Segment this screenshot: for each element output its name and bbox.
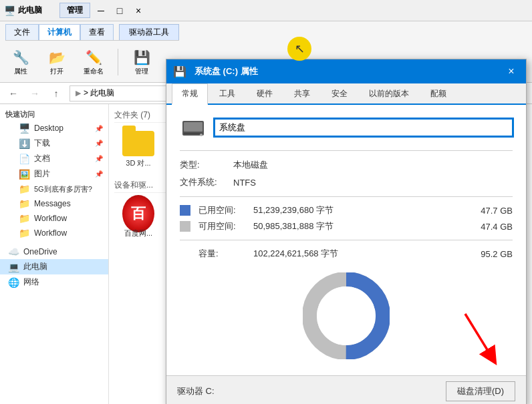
folder-workflow2-icon: 📁 (19, 228, 30, 238)
ribbon-btn-properties[interactable]: 🔧 属性 (5, 45, 36, 79)
svg-point-6 (317, 286, 376, 345)
dialog-drive-icon: 💾 (173, 65, 186, 78)
fs-label: 文件系统: (180, 176, 233, 188)
drive-name-input[interactable] (215, 119, 513, 136)
tab-computer[interactable]: 计算机 (39, 24, 80, 40)
sidebar-label-network: 网络 (23, 276, 39, 288)
dialog-title: 系统盘 (C:) 属性 (194, 65, 258, 77)
forward-btn[interactable]: → (27, 85, 43, 102)
dialog-tabs: 常规 工具 硬件 共享 安全 以前的版本 配额 (166, 83, 526, 105)
window-title: 此电脑 (18, 5, 42, 16)
type-row: 类型: 本地磁盘 (180, 156, 513, 174)
title-bar-tabs: 🖥️ 此电脑 管理 ─ □ × (4, 3, 148, 19)
maximize-btn[interactable]: □ (110, 3, 129, 19)
sidebar-item-workflow2[interactable]: 📁 Workflow (0, 226, 108, 240)
fs-row: 文件系统: NTFS (180, 174, 513, 191)
desktop-icon: 🖥️ (19, 123, 30, 134)
open-icon: 📂 (47, 48, 66, 67)
capacity-bytes: 102,224,621,568 字节 (253, 248, 473, 260)
properties-icon: 🔧 (11, 48, 30, 67)
disk-clean-btn[interactable]: 磁盘清理(D) (446, 381, 515, 401)
drive-label-footer: 驱动器 C: (177, 385, 215, 397)
dialog-body: 类型: 本地磁盘 文件系统: NTFS 已用空间: 51,239,239,680… (166, 105, 526, 375)
sidebar-label-desktop: Desktop (34, 124, 63, 133)
dialog-tab-sharing[interactable]: 共享 (284, 83, 320, 104)
dialog-tab-general[interactable]: 常规 (172, 83, 208, 105)
folder-item-3d[interactable]: 3D 对... (114, 127, 162, 172)
path-text: > 此电脑 (84, 87, 114, 99)
dialog-tab-tools[interactable]: 工具 (209, 83, 245, 104)
free-space-bytes: 50,985,381,888 字节 (253, 220, 473, 232)
baidu-item[interactable]: 百 百度网... (114, 197, 162, 242)
dialog-tab-hardware[interactable]: 硬件 (247, 83, 283, 104)
sidebar-item-network[interactable]: 🌐 网络 (0, 274, 108, 290)
manage-tab[interactable]: 管理 (59, 3, 90, 18)
baidu-label: 百度网... (124, 228, 152, 238)
drive-disk-icon (180, 116, 207, 140)
folder-workflow1-icon: 📁 (19, 213, 30, 224)
this-pc-icon: 💻 (8, 262, 19, 272)
folder-3d-label: 3D 对... (126, 158, 150, 168)
sidebar-item-workflow1[interactable]: 📁 Workflow (0, 211, 108, 226)
sidebar-label-messages: Messages (34, 199, 71, 208)
svg-rect-1 (184, 122, 203, 132)
sidebar-item-downloads[interactable]: ⬇️ 下载 📌 (0, 136, 108, 151)
sidebar-item-messages[interactable]: 📁 Messages (0, 196, 108, 211)
dialog-tab-previous[interactable]: 以前的版本 (359, 83, 419, 104)
sidebar: 快速访问 🖥️ Desktop 📌 ⬇️ 下载 📌 📄 文档 📌 🖼️ 图片 📌 (0, 104, 109, 404)
tab-file[interactable]: 文件 (5, 24, 39, 40)
dialog-footer: 驱动器 C: 磁盘清理(D) (166, 375, 526, 404)
network-icon: 🌐 (8, 277, 19, 288)
sidebar-label-5g: 5G到底有多厉害? (34, 184, 92, 194)
dialog-titlebar: 💾 系统盘 (C:) 属性 × (166, 59, 526, 83)
downloads-icon: ⬇️ (19, 138, 30, 149)
dialog-tab-quota[interactable]: 配额 (420, 83, 456, 104)
pictures-icon: 🖼️ (19, 169, 30, 180)
fs-value: NTFS (233, 178, 256, 188)
dialog-close-btn[interactable]: × (503, 63, 519, 79)
sidebar-item-5g[interactable]: 📁 5G到底有多厉害? (0, 182, 108, 196)
capacity-gb: 95.2 GB (481, 249, 513, 259)
quick-access-label: 快速访问 (0, 107, 108, 121)
up-btn[interactable]: ↑ (48, 85, 64, 102)
onedrive-icon: ☁️ (8, 246, 19, 257)
documents-icon: 📄 (19, 154, 30, 164)
sidebar-item-documents[interactable]: 📄 文档 📌 (0, 151, 108, 166)
type-label: 类型: (180, 159, 233, 171)
used-space-label: 已用空间: (198, 204, 245, 216)
ribbon-btn-manage[interactable]: 💾 管理 (126, 45, 157, 79)
minimize-btn[interactable]: ─ (92, 3, 110, 19)
sidebar-label-workflow2: Workflow (34, 228, 67, 238)
sidebar-label-workflow1: Workflow (34, 214, 67, 223)
svg-point-3 (200, 134, 203, 136)
sidebar-item-pictures[interactable]: 🖼️ 图片 📌 (0, 166, 108, 182)
svg-rect-2 (184, 133, 203, 134)
pin-icon-desktop: 📌 (95, 125, 103, 132)
sidebar-label-pictures: 图片 (34, 168, 50, 180)
sidebar-item-desktop[interactable]: 🖥️ Desktop 📌 (0, 121, 108, 136)
free-space-label: 可用空间: (198, 220, 245, 232)
drive-header (180, 116, 513, 140)
sidebar-item-this-pc[interactable]: 💻 此电脑 (0, 259, 108, 274)
pin-icon-pictures: 📌 (95, 170, 103, 178)
sidebar-item-onedrive[interactable]: ☁️ OneDrive (0, 244, 108, 259)
dialog-tab-security[interactable]: 安全 (321, 83, 358, 104)
ribbon-btn-open[interactable]: 📂 打开 (41, 45, 72, 79)
tab-drive-tools[interactable]: 驱动器工具 (119, 24, 179, 40)
back-btn[interactable]: ← (5, 85, 21, 102)
properties-dialog[interactable]: 💾 系统盘 (C:) 属性 × 常规 工具 硬件 共享 安全 以前的版本 配额 (166, 59, 527, 404)
divider-2 (180, 196, 513, 197)
pin-icon-downloads: 📌 (95, 140, 103, 147)
free-space-gb: 47.4 GB (481, 222, 513, 232)
window-close-btn[interactable]: × (129, 3, 148, 19)
sidebar-label-downloads: 下载 (34, 138, 50, 149)
folder-3d-icon (122, 130, 154, 157)
pin-icon-documents: 📌 (95, 155, 103, 162)
path-arrow: ▶ (76, 89, 81, 97)
manage-icon: 💾 (132, 48, 151, 67)
ribbon-btn-rename[interactable]: ✏️ 重命名 (78, 45, 110, 79)
title-bar: 🖥️ 此电脑 管理 ─ □ × (0, 0, 532, 21)
tab-view[interactable]: 查看 (80, 24, 114, 40)
capacity-label: 容量: (198, 248, 245, 260)
baidu-icon: 百 (122, 200, 154, 227)
